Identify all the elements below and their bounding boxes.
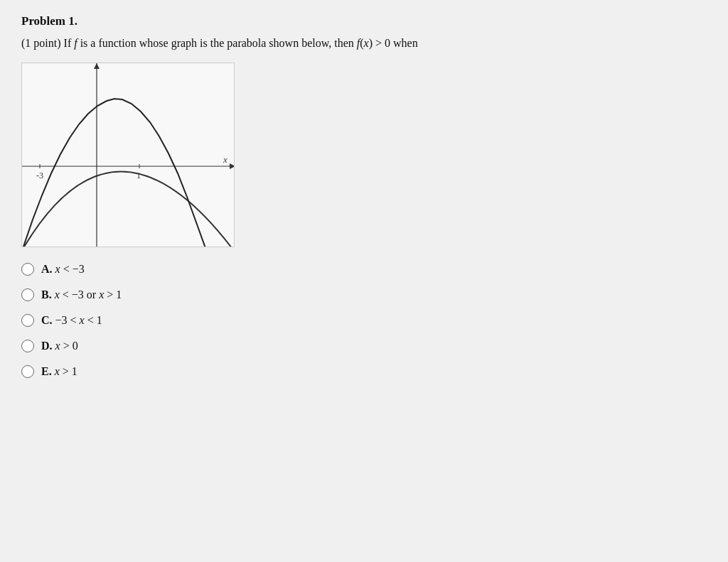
points-label: (1 point): [21, 37, 61, 49]
option-c-label: C. −3 < x < 1: [41, 314, 102, 327]
radio-c[interactable]: [21, 314, 34, 327]
svg-text:1: 1: [136, 171, 141, 180]
option-b-label: B. x < −3 or x > 1: [41, 288, 122, 301]
option-b[interactable]: B. x < −3 or x > 1: [21, 288, 707, 301]
answer-options: A. x < −3 B. x < −3 or x > 1 C. −3 < x <…: [21, 263, 707, 378]
svg-text:-3: -3: [36, 171, 43, 180]
option-d-label: D. x > 0: [41, 340, 78, 352]
graph-area: x -3 1: [21, 63, 235, 247]
option-e-label: E. x > 1: [41, 365, 77, 378]
option-a-label: A. x < −3: [41, 263, 85, 276]
option-a[interactable]: A. x < −3: [21, 263, 707, 276]
option-d[interactable]: D. x > 0: [21, 340, 707, 352]
radio-e[interactable]: [21, 365, 34, 378]
radio-a[interactable]: [21, 263, 34, 276]
option-e[interactable]: E. x > 1: [21, 365, 707, 378]
radio-d[interactable]: [21, 340, 34, 352]
svg-text:x: x: [223, 154, 228, 165]
svg-rect-0: [22, 63, 235, 247]
parabola-graph: x -3 1: [22, 63, 235, 247]
problem-statement: (1 point) If f is a function whose graph…: [21, 34, 707, 53]
problem-title: Problem 1.: [21, 14, 707, 28]
radio-b[interactable]: [21, 288, 34, 301]
problem-container: Problem 1. (1 point) If f is a function …: [21, 14, 707, 378]
option-c[interactable]: C. −3 < x < 1: [21, 314, 707, 327]
